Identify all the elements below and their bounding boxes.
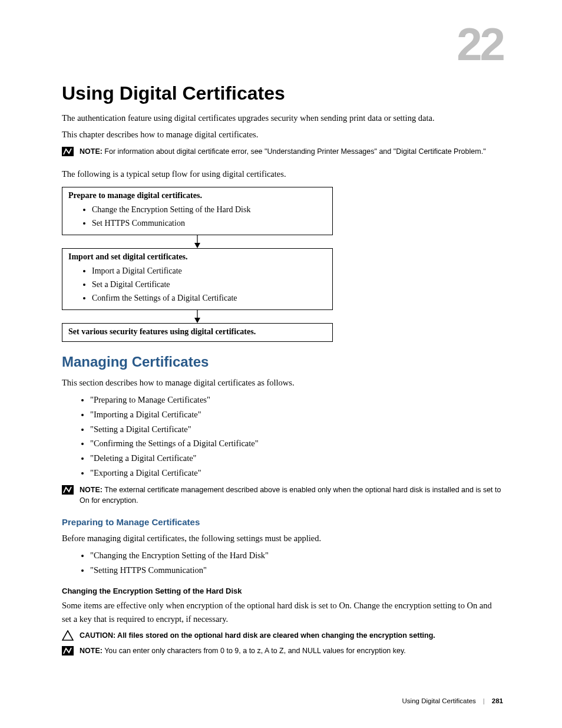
caution-label: CAUTION: bbox=[80, 631, 115, 640]
list-item: "Setting a Digital Certificate" bbox=[90, 422, 503, 437]
preparing-list: "Changing the Encryption Setting of the … bbox=[62, 548, 503, 577]
note-label: NOTE: bbox=[80, 486, 103, 494]
note-label: NOTE: bbox=[80, 647, 103, 655]
page-number: 281 bbox=[492, 697, 503, 704]
svg-marker-2 bbox=[194, 243, 200, 248]
intro-paragraph-1: The authentication feature using digital… bbox=[62, 111, 503, 124]
flow-box-prepare: Prepare to manage digital certificates. … bbox=[62, 187, 333, 235]
flow-box-security: Set various security features using digi… bbox=[62, 323, 333, 342]
footer-separator: | bbox=[483, 697, 485, 704]
subsubsection-heading-encryption: Changing the Encryption Setting of the H… bbox=[62, 587, 503, 595]
flow-box-title: Import and set digital certificates. bbox=[68, 252, 326, 262]
flow-item: Set a Digital Certificate bbox=[92, 278, 326, 291]
note-body: You can enter only characters from 0 to … bbox=[103, 647, 406, 655]
flow-item: Import a Digital Certificate bbox=[92, 264, 326, 278]
page-footer: Using Digital Certificates | 281 bbox=[402, 697, 503, 704]
chapter-number: 22 bbox=[457, 18, 503, 71]
caution-text: CAUTION: All files stored on the optiona… bbox=[80, 630, 503, 641]
note-icon bbox=[62, 646, 74, 655]
subsection-heading-preparing: Preparing to Manage Certificates bbox=[62, 517, 503, 527]
flow-arrow-icon bbox=[62, 310, 333, 323]
flow-box-title: Prepare to manage digital certificates. bbox=[68, 191, 326, 200]
flow-item: Confirm the Settings of a Digital Certif… bbox=[92, 291, 326, 305]
footer-title: Using Digital Certificates bbox=[402, 697, 476, 704]
flow-box-import: Import and set digital certificates. Imp… bbox=[62, 248, 333, 310]
list-item: "Changing the Encryption Setting of the … bbox=[90, 548, 503, 563]
list-item: "Setting HTTPS Communication" bbox=[90, 563, 503, 578]
section-heading-managing: Managing Certificates bbox=[62, 354, 503, 370]
flow-box-title: Set various security features using digi… bbox=[68, 327, 326, 337]
note-text: NOTE: You can enter only characters from… bbox=[80, 645, 503, 656]
note-icon bbox=[62, 147, 74, 156]
managing-list: "Preparing to Manage Certificates" "Impo… bbox=[62, 393, 503, 480]
note-block: NOTE: You can enter only characters from… bbox=[62, 645, 503, 656]
note-text: NOTE: The external certificate managemen… bbox=[80, 485, 503, 506]
caution-body: All files stored on the optional hard di… bbox=[115, 631, 435, 640]
list-item: "Deleting a Digital Certificate" bbox=[90, 451, 503, 466]
note-body: For information about digital certificat… bbox=[103, 147, 486, 156]
list-item: "Confirming the Settings of a Digital Ce… bbox=[90, 436, 503, 451]
flow-intro: The following is a typical setup flow fo… bbox=[62, 167, 503, 180]
flow-item: Set HTTPS Communication bbox=[92, 216, 326, 230]
note-icon bbox=[62, 485, 74, 495]
caution-block: CAUTION: All files stored on the optiona… bbox=[62, 630, 503, 641]
subsection-intro: Before managing digital certificates, th… bbox=[62, 532, 503, 545]
note-label: NOTE: bbox=[80, 147, 103, 156]
note-body: The external certificate management desc… bbox=[80, 486, 501, 505]
note-block: NOTE: For information about digital cert… bbox=[62, 146, 503, 157]
list-item: "Exporting a Digital Certificate" bbox=[90, 466, 503, 480]
list-item: "Preparing to Manage Certificates" bbox=[90, 393, 503, 407]
flow-diagram: Prepare to manage digital certificates. … bbox=[62, 187, 333, 342]
section-intro: This section describes how to manage dig… bbox=[62, 376, 503, 389]
page-title: Using Digital Certificates bbox=[62, 83, 503, 104]
list-item: "Importing a Digital Certificate" bbox=[90, 407, 503, 422]
caution-icon bbox=[62, 630, 74, 641]
flow-item: Change the Encryption Setting of the Har… bbox=[92, 203, 326, 216]
subsubsection-body: Some items are effective only when encry… bbox=[62, 599, 503, 625]
note-block: NOTE: The external certificate managemen… bbox=[62, 485, 503, 506]
note-text: NOTE: For information about digital cert… bbox=[80, 146, 503, 157]
intro-paragraph-2: This chapter describes how to manage dig… bbox=[62, 128, 503, 141]
flow-arrow-icon bbox=[62, 235, 333, 248]
svg-marker-4 bbox=[194, 318, 200, 323]
svg-marker-6 bbox=[62, 631, 73, 640]
